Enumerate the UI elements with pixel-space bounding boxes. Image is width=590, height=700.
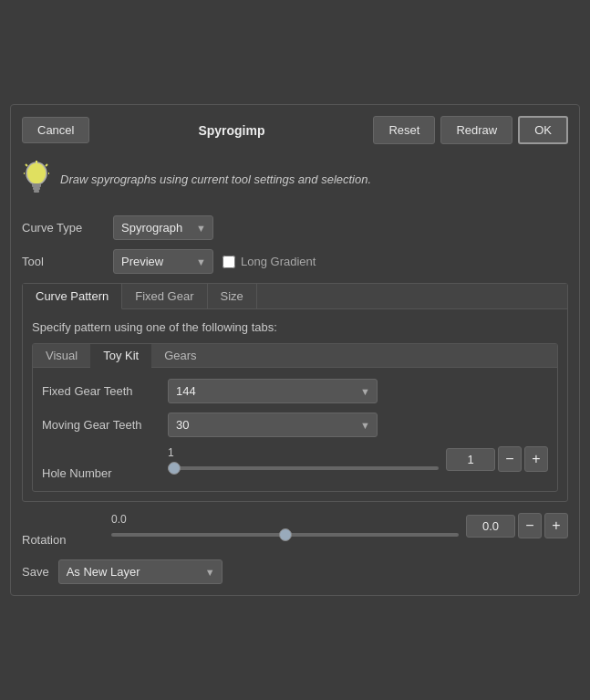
inner-tab-bar: Visual Toy Kit Gears xyxy=(33,344,557,368)
tab-curve-pattern[interactable]: Curve Pattern xyxy=(23,284,122,309)
main-window: Cancel Spyrogimp Reset Redraw OK Draw sp… xyxy=(10,104,580,596)
cancel-button[interactable]: Cancel xyxy=(22,117,89,143)
inner-tab-content: Fixed Gear Teeth 144 96 120 180 ▼ xyxy=(33,368,557,491)
fixed-gear-select-wrap: 144 96 120 180 ▼ xyxy=(168,379,378,403)
rotation-input-wrap: − + xyxy=(466,513,568,538)
hole-number-label: Hole Number xyxy=(42,446,160,480)
window-title: Spyrogimp xyxy=(198,123,264,138)
long-gradient-wrap: Long Gradient xyxy=(223,255,316,268)
tab-toy-kit[interactable]: Toy Kit xyxy=(90,344,151,368)
curve-type-dropdown-wrap: Spyrograph ▼ xyxy=(113,215,213,240)
svg-line-5 xyxy=(26,164,27,166)
svg-point-0 xyxy=(26,162,47,184)
svg-rect-3 xyxy=(34,190,39,193)
tab-size[interactable]: Size xyxy=(208,284,257,308)
hole-number-row: Hole Number 1 − + xyxy=(42,446,548,480)
save-select[interactable]: As New Layer New Layer Existing Layer xyxy=(58,559,223,584)
header-right-buttons: Reset Redraw OK xyxy=(373,116,568,144)
outer-tab-bar: Curve Pattern Fixed Gear Size xyxy=(23,284,567,309)
rotation-slider[interactable] xyxy=(111,533,459,537)
tool-row: Tool Preview ▼ Long Gradient xyxy=(22,249,568,274)
long-gradient-label: Long Gradient xyxy=(241,255,316,268)
tab-gears[interactable]: Gears xyxy=(151,344,209,367)
redraw-button[interactable]: Redraw xyxy=(440,116,512,144)
rotation-row: Rotation 0.0 − + xyxy=(22,513,568,547)
moving-gear-label: Moving Gear Teeth xyxy=(42,418,160,432)
hole-number-decrement-button[interactable]: − xyxy=(498,446,522,472)
rotation-decrement-button[interactable]: − xyxy=(518,513,542,538)
hole-number-increment-button[interactable]: + xyxy=(524,446,548,472)
header: Cancel Spyrogimp Reset Redraw OK xyxy=(22,116,568,144)
hole-slider-value-label: 1 xyxy=(168,446,439,459)
moving-gear-select-wrap: 30 24 28 32 36 40 ▼ xyxy=(168,413,378,437)
rotation-value-label: 0.0 xyxy=(111,513,459,526)
reset-button[interactable]: Reset xyxy=(373,116,435,144)
hole-slider-wrap: 1 xyxy=(168,446,439,470)
ok-button[interactable]: OK xyxy=(518,116,568,144)
moving-gear-row: Moving Gear Teeth 30 24 28 32 36 40 ▼ xyxy=(42,413,548,437)
inner-tabs-container: Visual Toy Kit Gears Fixed Gear Teeth 14… xyxy=(32,343,558,492)
hole-number-input-wrap: − + xyxy=(446,446,548,472)
hole-number-slider[interactable] xyxy=(168,466,439,470)
fixed-gear-select[interactable]: 144 96 120 180 xyxy=(168,379,378,403)
save-label: Save xyxy=(22,565,49,579)
description-bar: Draw spyrographs using current tool sett… xyxy=(22,155,568,203)
tool-dropdown-wrap: Preview ▼ xyxy=(113,249,213,274)
tool-select[interactable]: Preview xyxy=(113,249,213,274)
tab-visual[interactable]: Visual xyxy=(33,344,90,367)
bulb-icon xyxy=(22,159,51,199)
bulb-svg xyxy=(24,161,49,197)
tool-label: Tool xyxy=(22,255,104,268)
curve-type-select[interactable]: Spyrograph xyxy=(113,215,213,240)
outer-tab-content: Specify pattern using one of the followi… xyxy=(23,309,567,501)
moving-gear-select[interactable]: 30 24 28 32 36 40 xyxy=(168,413,378,437)
svg-rect-2 xyxy=(33,187,40,190)
specify-text: Specify pattern using one of the followi… xyxy=(32,320,558,334)
tab-fixed-gear[interactable]: Fixed Gear xyxy=(122,284,207,308)
curve-type-row: Curve Type Spyrograph ▼ xyxy=(22,215,568,240)
rotation-label: Rotation xyxy=(22,513,104,547)
rotation-slider-wrap: 0.0 xyxy=(111,513,459,537)
save-row: Save As New Layer New Layer Existing Lay… xyxy=(22,559,568,584)
save-select-wrap: As New Layer New Layer Existing Layer ▼ xyxy=(58,559,223,584)
svg-line-6 xyxy=(46,164,47,166)
description-text: Draw spyrographs using current tool sett… xyxy=(60,172,371,186)
hole-number-input[interactable] xyxy=(446,448,495,471)
rotation-increment-button[interactable]: + xyxy=(544,513,568,538)
svg-rect-1 xyxy=(32,183,41,187)
header-left-buttons: Cancel xyxy=(22,117,89,143)
curve-type-label: Curve Type xyxy=(22,221,104,235)
rotation-section: Rotation 0.0 − + xyxy=(22,513,568,547)
long-gradient-checkbox[interactable] xyxy=(223,256,235,268)
fixed-gear-label: Fixed Gear Teeth xyxy=(42,384,160,398)
rotation-input[interactable] xyxy=(466,515,515,538)
outer-tabs-container: Curve Pattern Fixed Gear Size Specify pa… xyxy=(22,283,568,502)
fixed-gear-row: Fixed Gear Teeth 144 96 120 180 ▼ xyxy=(42,379,548,403)
